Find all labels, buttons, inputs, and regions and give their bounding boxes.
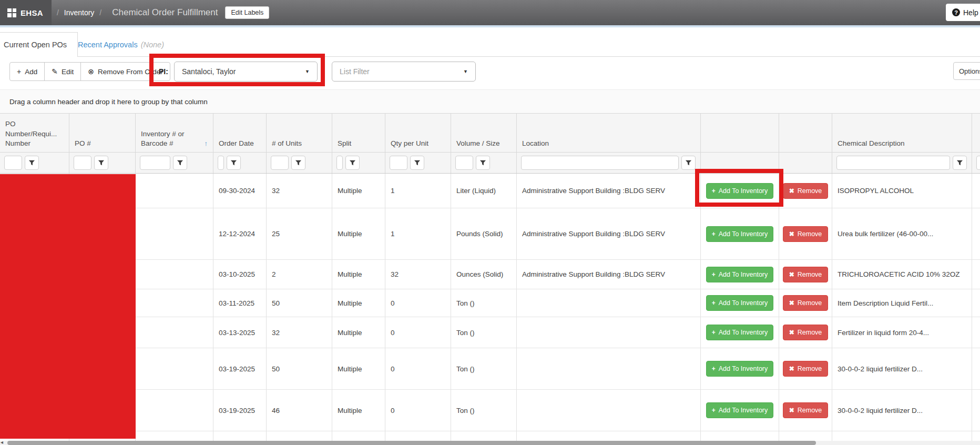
cell-location: Administrative Support Building :BLDG SE… bbox=[516, 174, 700, 208]
remove-button[interactable]: ✖Remove bbox=[783, 402, 829, 418]
cell-po_requisition bbox=[0, 390, 69, 431]
add-to-inventory-button[interactable]: +Add To Inventory bbox=[706, 402, 774, 418]
filter-funnel-button[interactable] bbox=[476, 156, 490, 170]
add-to-inventory-button[interactable]: +Add To Inventory bbox=[706, 295, 774, 311]
cell-location bbox=[516, 390, 700, 431]
filter-input[interactable] bbox=[218, 156, 224, 170]
filter-funnel-button[interactable] bbox=[953, 156, 967, 170]
group-by-drop-zone[interactable]: Drag a column header and drop it here to… bbox=[0, 89, 980, 113]
filter-funnel-button[interactable] bbox=[173, 156, 187, 170]
filter-funnel-button[interactable] bbox=[976, 156, 980, 170]
cell-units: 32 bbox=[266, 317, 332, 348]
filter-funnel-button[interactable] bbox=[94, 156, 108, 170]
cell-po_number bbox=[69, 348, 135, 389]
cell-po_requisition bbox=[0, 174, 69, 208]
add-to-inventory-button[interactable]: +Add To Inventory bbox=[706, 226, 774, 242]
cell-pad bbox=[972, 174, 980, 208]
filter-funnel-button[interactable] bbox=[681, 156, 696, 170]
table-row[interactable]: 03-13-202532Multiple0Ton ()+Add To Inven… bbox=[0, 317, 980, 348]
cell-pad bbox=[972, 289, 980, 317]
table-row[interactable]: 03-19-202550Multiple0Ton ()+Add To Inven… bbox=[0, 348, 980, 390]
funnel-icon bbox=[956, 159, 963, 166]
scrollbar-thumb[interactable] bbox=[7, 441, 816, 445]
filter-funnel-button[interactable] bbox=[227, 156, 241, 170]
add-button[interactable]: + Add bbox=[9, 62, 45, 81]
remove-button[interactable]: ✖Remove bbox=[783, 325, 829, 340]
column-header-of-units[interactable]: # of Units bbox=[266, 114, 332, 152]
table-row[interactable]: 03-10-20252Multiple32Ounces (Solid)Admin… bbox=[0, 260, 980, 289]
column-header-chemical-description[interactable]: Chemical Description bbox=[832, 114, 972, 152]
filter-funnel-button[interactable] bbox=[291, 156, 305, 170]
app-name: EHSA bbox=[21, 8, 43, 17]
scrollbar-left-arrow-icon[interactable]: ◂ bbox=[1, 440, 3, 445]
tab-recent-approvals[interactable]: Recent Approvals (None) bbox=[78, 32, 164, 57]
table-row[interactable]: 12-12-202425Multiple1Pounds (Solid)Admin… bbox=[0, 208, 980, 260]
filter-input[interactable] bbox=[140, 156, 170, 170]
column-header-qty-per-unit[interactable]: Qty per Unit bbox=[385, 114, 451, 152]
add-to-inventory-cell: +Add To Inventory bbox=[700, 174, 779, 208]
column-header-volume-size[interactable]: Volume / Size bbox=[451, 114, 516, 152]
add-to-inventory-button[interactable]: +Add To Inventory bbox=[706, 183, 774, 199]
filter-cell bbox=[700, 153, 779, 173]
app-logo[interactable]: EHSA bbox=[0, 0, 52, 25]
cell-units: 50 bbox=[266, 348, 332, 389]
filter-funnel-button[interactable] bbox=[25, 156, 39, 170]
cell-split: Multiple bbox=[332, 260, 385, 289]
breadcrumb-inventory[interactable]: Inventory bbox=[64, 8, 95, 17]
add-to-inventory-button[interactable]: +Add To Inventory bbox=[706, 267, 774, 282]
help-button[interactable]: ? Help - bbox=[946, 4, 980, 21]
group-hint-text: Drag a column header and drop it here to… bbox=[9, 98, 208, 106]
table-row[interactable]: 03-19-202546Multiple0Ton ()+Add To Inven… bbox=[0, 390, 980, 431]
filter-funnel-button[interactable] bbox=[410, 156, 424, 170]
filter-cell bbox=[385, 153, 451, 173]
cell-qty_per_unit: 0 bbox=[385, 289, 451, 317]
filter-input[interactable] bbox=[455, 156, 473, 170]
list-filter-select[interactable]: List Filter ▼ bbox=[332, 62, 476, 82]
filter-input[interactable] bbox=[521, 156, 679, 170]
filter-funnel-button[interactable] bbox=[345, 156, 360, 170]
options-button[interactable]: Options ▼ bbox=[953, 62, 980, 80]
column-header-location[interactable]: Location bbox=[516, 114, 700, 152]
cell-order_date: 03-19-2025 bbox=[213, 390, 266, 431]
remove-from-order-button[interactable]: ⊗ Remove From Order bbox=[80, 62, 170, 81]
column-header-po-number-requi-number[interactable]: PO Number/Requi... Number bbox=[0, 114, 69, 152]
cell-po_number bbox=[69, 390, 135, 431]
column-header-po[interactable]: PO # bbox=[69, 114, 135, 152]
add-to-inventory-button[interactable]: +Add To Inventory bbox=[706, 325, 774, 340]
column-header-blank-9 bbox=[700, 114, 779, 152]
plus-icon: + bbox=[712, 299, 716, 307]
remove-button[interactable]: ✖Remove bbox=[783, 183, 829, 199]
column-header-inventory-or-barcode[interactable]: Inventory # or Barcode #↑ bbox=[135, 114, 213, 152]
pi-select[interactable]: Santaloci, Taylor ▼ bbox=[174, 62, 318, 82]
remove-button[interactable]: ✖Remove bbox=[783, 361, 829, 377]
filter-input[interactable] bbox=[271, 156, 289, 170]
filter-input[interactable] bbox=[336, 156, 343, 170]
cell-po_number bbox=[69, 174, 135, 208]
column-header-split[interactable]: Split bbox=[332, 114, 385, 152]
add-to-inventory-button[interactable]: +Add To Inventory bbox=[706, 361, 774, 377]
column-header-order-date[interactable]: Order Date bbox=[213, 114, 266, 152]
filter-cell bbox=[451, 153, 516, 173]
table-row[interactable]: 03-11-202550Multiple0Ton ()+Add To Inven… bbox=[0, 289, 980, 317]
remove-button[interactable]: ✖Remove bbox=[783, 226, 829, 242]
filter-cell bbox=[266, 153, 332, 173]
horizontal-scrollbar[interactable]: ◂ bbox=[0, 441, 980, 445]
table-row[interactable]: 09-30-202432Multiple1Liter (Liquid)Admin… bbox=[0, 174, 980, 208]
remove-button[interactable]: ✖Remove bbox=[783, 295, 829, 311]
filter-input[interactable] bbox=[4, 156, 22, 170]
sort-asc-icon: ↑ bbox=[205, 139, 208, 148]
cell-inventory_barcode bbox=[135, 260, 213, 289]
remove-cell: ✖Remove bbox=[779, 260, 832, 289]
cell-pad bbox=[972, 317, 980, 348]
edit-labels-button[interactable]: Edit Labels bbox=[225, 6, 269, 19]
filter-input[interactable] bbox=[836, 156, 950, 170]
cell-qty_per_unit: 1 bbox=[385, 174, 451, 208]
filter-input[interactable] bbox=[74, 156, 91, 170]
remove-button[interactable]: ✖Remove bbox=[783, 267, 829, 282]
list-filter-placeholder: List Filter bbox=[340, 67, 370, 76]
pi-select-value: Santaloci, Taylor bbox=[182, 67, 236, 76]
tab-current-open-pos[interactable]: Current Open POs bbox=[0, 32, 78, 57]
filter-input[interactable] bbox=[390, 156, 407, 170]
edit-button[interactable]: ✎ Edit bbox=[44, 62, 81, 81]
help-icon: ? bbox=[952, 8, 960, 16]
